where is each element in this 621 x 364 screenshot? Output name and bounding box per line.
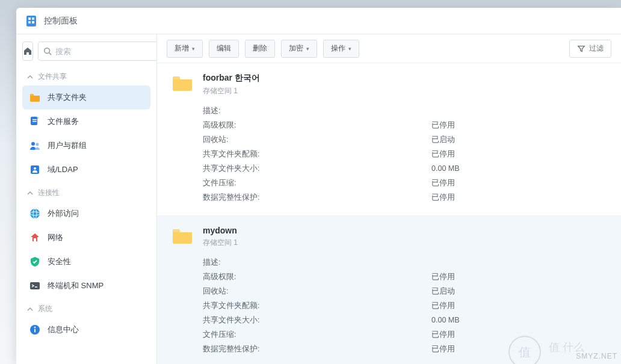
svg-rect-18 xyxy=(34,238,36,241)
property-row: 共享文件夹配额:已停用 xyxy=(203,147,607,161)
property-row: 共享文件夹大小:0.00 MB xyxy=(203,161,607,176)
property-key: 数据完整性保护: xyxy=(203,342,431,356)
property-value: 已停用 xyxy=(431,327,455,342)
folder-icon xyxy=(171,227,193,245)
folder-card[interactable]: mydown 存储空间 1 描述:高级权限:已停用回收站:已启动共享文件夹配额:… xyxy=(157,216,621,364)
property-key: 高级权限: xyxy=(203,270,431,284)
svg-rect-4 xyxy=(32,21,34,23)
property-value: 已停用 xyxy=(431,342,455,356)
search-field[interactable] xyxy=(38,42,157,61)
svg-point-12 xyxy=(36,143,39,146)
property-row: 共享文件夹大小:0.00 MB xyxy=(203,313,607,327)
svg-rect-2 xyxy=(32,17,34,20)
property-key: 回收站: xyxy=(203,284,431,298)
edit-button[interactable]: 编辑 xyxy=(209,40,239,58)
svg-rect-0 xyxy=(26,16,36,26)
action-button[interactable]: 操作▾ xyxy=(323,40,359,58)
sidebar-item-label: 共享文件夹 xyxy=(48,92,87,103)
sidebar-item-security[interactable]: 安全性 xyxy=(22,250,150,274)
property-value: 已启动 xyxy=(431,132,455,147)
svg-rect-24 xyxy=(173,76,180,79)
sidebar-item-label: 用户与群组 xyxy=(48,140,87,151)
sidebar-item-network[interactable]: 网络 xyxy=(22,226,150,250)
add-button[interactable]: 新增▾ xyxy=(167,40,203,58)
property-row: 回收站:已启动 xyxy=(203,284,607,298)
property-row: 文件压缩:已停用 xyxy=(203,327,607,342)
property-key: 回收站: xyxy=(203,132,431,147)
caret-down-icon: ▾ xyxy=(192,46,195,52)
folder-name: foorbar 한국어 xyxy=(203,73,607,84)
property-value: 已停用 xyxy=(431,270,455,284)
search-input[interactable] xyxy=(55,47,156,56)
folder-card[interactable]: foorbar 한국어 存储空间 1 描述:高级权限:已停用回收站:已启动共享文… xyxy=(157,63,621,216)
svg-rect-9 xyxy=(32,119,37,120)
sidebar-item-label: 信息中心 xyxy=(48,324,79,335)
sidebar-item-shared-folder[interactable]: 共享文件夹 xyxy=(22,85,150,110)
property-key: 描述: xyxy=(203,255,431,270)
folder-list: foorbar 한국어 存储空间 1 描述:高级权限:已停用回收站:已启动共享文… xyxy=(157,63,621,364)
home-button[interactable] xyxy=(22,42,33,61)
sidebar-group-system[interactable]: 系统 xyxy=(22,300,150,318)
main-content: 新增▾ 编辑 删除 加密▾ 操作▾ 过滤 foorbar 한국어 存储空间 1 … xyxy=(157,34,621,364)
property-value: 0.00 MB xyxy=(431,161,460,176)
folder-icon xyxy=(28,91,42,104)
folder-name: mydown xyxy=(203,226,607,235)
sidebar-item-users-groups[interactable]: 用户与群组 xyxy=(22,134,150,158)
sidebar-item-label: 终端机和 SNMP xyxy=(48,280,104,291)
sidebar-item-file-services[interactable]: 文件服务 xyxy=(22,110,150,134)
sidebar-item-info-center[interactable]: 信息中心 xyxy=(22,318,150,342)
sidebar-item-external-access[interactable]: 外部访问 xyxy=(22,202,150,226)
property-key: 共享文件夹配额: xyxy=(203,147,431,161)
folder-icon xyxy=(171,74,193,92)
network-icon xyxy=(28,231,42,244)
filter-button[interactable]: 过滤 xyxy=(569,40,611,58)
property-key: 描述: xyxy=(203,103,431,118)
sidebar-item-terminal-snmp[interactable]: 终端机和 SNMP xyxy=(22,274,150,298)
chevron-up-icon xyxy=(27,306,33,312)
encrypt-button[interactable]: 加密▾ xyxy=(281,40,317,58)
folder-volume: 存储空间 1 xyxy=(203,86,607,96)
caret-down-icon: ▾ xyxy=(306,46,309,52)
property-key: 文件压缩: xyxy=(203,176,431,190)
property-row: 数据完整性保护:已停用 xyxy=(203,342,607,356)
window-title: 控制面板 xyxy=(44,16,78,26)
sidebar-item-label: 外部访问 xyxy=(48,208,79,219)
toolbar: 新增▾ 编辑 删除 加密▾ 操作▾ 过滤 xyxy=(157,34,621,63)
chevron-up-icon xyxy=(27,74,33,80)
users-icon xyxy=(28,139,42,152)
search-icon xyxy=(43,47,52,55)
property-row: 描述: xyxy=(203,255,607,270)
globe-icon xyxy=(28,207,42,220)
property-value: 已停用 xyxy=(431,118,455,132)
chevron-up-icon xyxy=(27,190,33,196)
property-row: 高级权限:已停用 xyxy=(203,270,607,284)
sidebar-item-domain-ldap[interactable]: 域/LDAP xyxy=(22,158,150,182)
info-icon xyxy=(28,323,42,336)
sidebar-item-label: 文件服务 xyxy=(48,116,79,127)
property-row: 数据完整性保护:已停用 xyxy=(203,190,607,205)
sidebar-item-label: 安全性 xyxy=(48,256,71,267)
folder-volume: 存储空间 1 xyxy=(203,238,607,248)
sidebar-group-file-sharing[interactable]: 文件共享 xyxy=(22,68,150,85)
property-key: 数据完整性保护: xyxy=(203,190,431,205)
property-value: 已停用 xyxy=(431,147,455,161)
property-row: 共享文件夹配额:已停用 xyxy=(203,298,607,313)
caret-down-icon: ▾ xyxy=(348,46,351,52)
property-key: 共享文件夹大小: xyxy=(203,161,431,176)
property-value: 已启动 xyxy=(431,284,455,298)
shield-icon xyxy=(28,255,42,268)
sidebar-item-label: 网络 xyxy=(48,232,63,243)
delete-button[interactable]: 删除 xyxy=(245,40,275,58)
home-icon xyxy=(23,46,32,56)
svg-point-15 xyxy=(30,209,40,218)
svg-rect-19 xyxy=(30,282,40,289)
svg-rect-1 xyxy=(28,17,31,20)
property-row: 描述: xyxy=(203,103,607,118)
ldap-icon xyxy=(28,163,42,176)
svg-point-5 xyxy=(45,48,50,54)
property-row: 高级权限:已停用 xyxy=(203,118,607,132)
property-value: 已停用 xyxy=(431,190,455,205)
terminal-icon xyxy=(28,279,42,292)
property-key: 文件压缩: xyxy=(203,327,431,342)
sidebar-group-connectivity[interactable]: 连接性 xyxy=(22,184,150,202)
